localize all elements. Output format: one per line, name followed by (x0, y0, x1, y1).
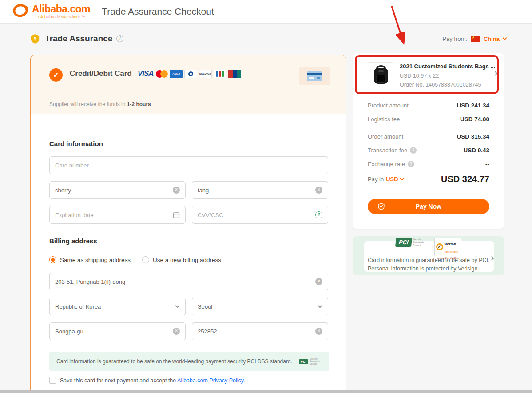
visa-icon: VISA (138, 69, 154, 78)
radio-new-label: Use a new billing address (153, 257, 221, 263)
pay-from-selector[interactable]: Pay from: ★ China (442, 36, 506, 42)
last-name-field-wrap: × (192, 181, 328, 199)
pci-badge-icon: PCI Security Standards Council (396, 238, 430, 247)
expiration-input[interactable] (55, 212, 173, 218)
pay-from-country: China (484, 36, 500, 42)
order-summary-panel: 2021 Customized Students Bags ... USD 10… (353, 53, 504, 229)
section-title: Trade Assurance (45, 34, 112, 44)
page-title: Trade Assurance Checkout (102, 6, 214, 17)
clear-icon[interactable]: × (173, 187, 180, 194)
radio-new-billing-address[interactable]: Use a new billing address (142, 256, 221, 263)
first-name-field-wrap: × (49, 181, 186, 199)
pay-from-label: Pay from: (442, 36, 467, 42)
pci-mini-logo-icon: PCI Security Standards Council (299, 358, 324, 365)
clear-icon[interactable]: × (315, 187, 322, 194)
pay-now-button[interactable]: Pay Now (368, 199, 489, 214)
product-row[interactable]: 2021 Customized Students Bags ... USD 10… (353, 53, 504, 96)
card-information-heading: Card information (49, 140, 328, 147)
pay-now-label: Pay Now (416, 203, 441, 210)
trade-assurance-badge-icon: $ (30, 34, 40, 44)
logo-tagline: Global trade starts here.™ (32, 15, 90, 19)
radio-same-as-shipping[interactable]: Same as shipping address (49, 256, 131, 263)
billing-address-heading: Billing address (49, 237, 328, 245)
clear-icon[interactable]: × (173, 328, 180, 335)
address-field-wrap: × (49, 273, 328, 290)
backpack-image (371, 64, 391, 85)
cvv-help-icon[interactable]: ? (315, 211, 322, 218)
country-select[interactable]: Republic of Korea (49, 298, 186, 315)
diners-club-icon (184, 70, 197, 78)
pay-in-currency-selector[interactable]: Pay in USD (368, 176, 404, 183)
city-value: Seoul (198, 303, 318, 310)
discover-icon: DISCOVER (199, 70, 212, 78)
payment-panel: ✓ Credit/Debit Card VISA AMEX DISCOVER S… (30, 55, 346, 393)
country-value: Republic of Korea (55, 303, 176, 310)
district-field-wrap: × (49, 322, 186, 340)
clear-icon[interactable]: × (315, 278, 322, 285)
chevron-down-icon (175, 303, 180, 308)
save-card-text: Save this card for next payment and acce… (60, 377, 245, 384)
amount-row-logistics: Logistics fee USD 74.00 (368, 114, 489, 124)
total-amount: USD 324.77 (441, 174, 489, 184)
pci-note-text: Card information is guaranteed to be saf… (56, 358, 294, 365)
security-line1: Card information is guaranteed to be saf… (368, 256, 489, 265)
pay-in-currency: USD (386, 176, 398, 183)
credit-card-icon (307, 71, 322, 81)
app-header: Alibaba.com Global trade starts here.™ T… (0, 0, 532, 24)
chevron-down-icon (400, 176, 404, 181)
radio-selected-icon (49, 256, 56, 263)
card-brand-icons: VISA AMEX DISCOVER (138, 69, 242, 78)
chevron-down-icon (318, 303, 322, 308)
help-icon[interactable]: ? (408, 161, 414, 167)
payment-method-label: Credit/Debit Card (70, 69, 132, 78)
method-selected-check-icon[interactable]: ✓ (49, 68, 63, 82)
unionpay-icon (228, 70, 241, 78)
pci-safety-note: Card information is guaranteed to be saf… (49, 352, 329, 371)
info-icon[interactable]: i (116, 35, 123, 42)
china-flag-icon: ★ (471, 36, 480, 42)
amount-row-exchange-rate: Exchange rate? -- (368, 159, 489, 169)
window-bottom-edge (0, 390, 532, 393)
zip-field-wrap: × (192, 322, 328, 340)
amex-icon: AMEX (170, 70, 183, 78)
product-thumbnail (369, 62, 393, 87)
clear-icon[interactable]: × (315, 328, 322, 335)
address-input[interactable] (55, 278, 315, 285)
security-text: Card information is guaranteed to be saf… (368, 256, 489, 273)
card-number-input[interactable] (55, 162, 322, 169)
shield-check-icon (377, 202, 385, 210)
svg-text:$: $ (34, 36, 36, 41)
product-order-no: Order No. 140578887001028745 (400, 82, 495, 88)
last-name-input[interactable] (198, 187, 315, 194)
save-card-checkbox[interactable] (49, 377, 56, 384)
credit-card-illustration (299, 67, 330, 85)
help-icon[interactable]: ? (410, 147, 417, 154)
cvv-input[interactable] (198, 212, 315, 218)
payment-method-header: ✓ Credit/Debit Card VISA AMEX DISCOVER S… (31, 55, 346, 114)
district-input[interactable] (55, 328, 173, 335)
privacy-policy-link[interactable]: Alibaba.com Privacy Policy (177, 377, 243, 384)
supplier-note: Supplier will receive the funds in 1-2 h… (49, 101, 151, 107)
radio-same-label: Same as shipping address (60, 257, 131, 263)
zip-input[interactable] (198, 328, 315, 335)
first-name-input[interactable] (55, 187, 173, 194)
amount-row-transaction-fee: Transaction fee? USD 9.43 (368, 145, 489, 155)
jcb-icon (214, 70, 226, 78)
card-number-field-wrap (49, 156, 328, 174)
alibaba-swoosh-icon (12, 4, 30, 19)
security-assurance-card[interactable]: PCI Security Standards Council ✓ Norton … (353, 236, 504, 275)
mastercard-icon (156, 70, 168, 78)
expiration-field-wrap (49, 206, 186, 224)
pay-in-label: Pay in (368, 176, 384, 183)
radio-unselected-icon (142, 256, 149, 263)
product-title: 2021 Customized Students Bags ... (400, 63, 495, 70)
chevron-down-icon (503, 36, 507, 40)
city-select[interactable]: Seoul (192, 298, 328, 315)
amount-row-order: Order amount USD 315.34 (368, 131, 489, 141)
alibaba-logo[interactable]: Alibaba.com Global trade starts here.™ (12, 4, 90, 19)
logo-brand: Alibaba.com (32, 4, 90, 14)
amount-row-product: Product amount USD 241.34 (368, 100, 489, 110)
cvv-field-wrap: ? (192, 206, 328, 224)
supplier-note-strong: 1-2 hours (127, 101, 151, 107)
calendar-icon[interactable] (173, 211, 180, 218)
